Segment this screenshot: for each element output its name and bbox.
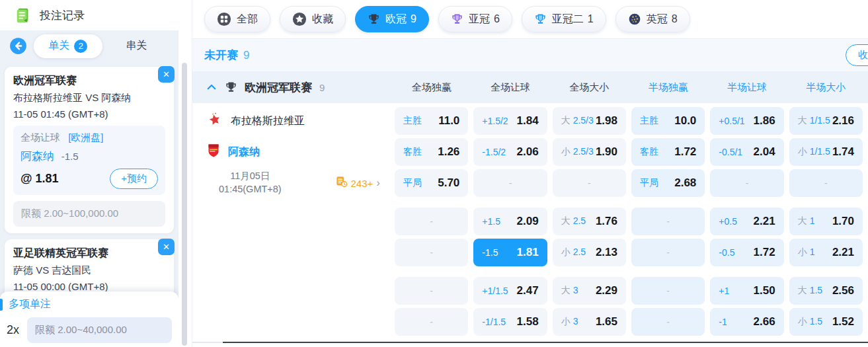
tab-亚冠[interactable]: 亚冠6: [438, 6, 512, 32]
odds-cell-客胜[interactable]: 客胜1.72: [631, 138, 705, 166]
odds-cell-1/1.5[interactable]: 大1/1.52.16: [789, 107, 863, 135]
away-team-row: 阿森纳: [192, 138, 389, 166]
odds-cell-1.5[interactable]: 小1.51.52: [789, 308, 863, 336]
match-meta-row: 11月05日01:45(GMT+8)243+›: [192, 169, 389, 197]
odds-cell-empty: -: [631, 239, 705, 266]
odds-cell-2.5/3[interactable]: 小2.5/31.90: [553, 138, 626, 166]
odds-cell--0.5/1[interactable]: -0.5/12.04: [710, 138, 783, 166]
column-header-半场大小: 半场大小: [789, 81, 863, 94]
tab-count: 1: [588, 13, 594, 25]
odds-cell-3[interactable]: 小31.65: [553, 308, 626, 336]
competition-tabs: 全部收藏欧冠9亚冠6亚冠二1英冠8: [192, 0, 868, 38]
empty-info-cell: [192, 277, 389, 305]
odds-cell-+1[interactable]: +11.50: [710, 277, 783, 305]
odds-cell-empty: -: [395, 308, 468, 336]
multi-single-title: 多项单注: [9, 297, 51, 311]
status-count: 9: [243, 49, 249, 62]
tab-亚冠二[interactable]: 亚冠二1: [522, 6, 606, 32]
status-label: 未开赛: [204, 48, 238, 63]
slip-league: 欧洲冠军联赛: [13, 74, 165, 88]
column-header-半场让球: 半场让球: [710, 81, 783, 94]
slip-teams: 萨德 VS 吉达国民: [13, 264, 165, 277]
bet-slip-sidebar: 投注记录 单关 2 串关 ✕ 欧洲冠军联赛 布拉格斯拉维: [0, 0, 178, 347]
odds-block-3: -+1/1.52.47大32.29-+11.50大1.52.56--1/1.51…: [192, 277, 868, 336]
odds-cell-empty: -: [631, 277, 705, 305]
ball-icon: [628, 13, 641, 26]
odds-cell-客胜[interactable]: 客胜1.26: [395, 138, 468, 166]
odds-cell-3[interactable]: 大32.29: [553, 277, 626, 305]
odds-cell-empty: -: [473, 169, 547, 197]
markets-count: 243+: [351, 178, 374, 189]
odds-cell--1.5/2[interactable]: -1.5/22.06: [473, 138, 547, 166]
tab-label: 全部: [237, 13, 258, 26]
odds-cell-1[interactable]: 大11.70: [789, 208, 863, 235]
markets-icon: [336, 176, 348, 190]
odds-block-1: 布拉格斯拉维亚主胜11.0+1.5/21.84大2.5/31.98主胜10.0+…: [192, 107, 868, 197]
home-team-name: 布拉格斯拉维亚: [231, 114, 305, 128]
odds-cell-+0.5[interactable]: +0.52.21: [710, 208, 783, 235]
odds-cell-2.5/3[interactable]: 大2.5/31.98: [553, 107, 626, 135]
purple-trophy-icon: [451, 13, 463, 26]
chevron-up-icon[interactable]: [206, 81, 217, 93]
tab-全部[interactable]: 全部: [204, 6, 270, 32]
odds-cell-1.5[interactable]: 大1.52.56: [789, 277, 863, 305]
odds-cell-2.5[interactable]: 小2.52.13: [553, 239, 626, 266]
more-markets-link[interactable]: 243+›: [336, 176, 380, 190]
odds-cell-empty: -: [395, 208, 468, 235]
away-team-name: 阿森纳: [228, 145, 260, 159]
odds-cell--1.5[interactable]: -1.51.81: [473, 239, 547, 266]
odds-cell--0.5[interactable]: -0.51.72: [710, 239, 783, 266]
vertical-scrollbar[interactable]: [182, 63, 187, 346]
odds-cell-empty: -: [553, 169, 626, 197]
slip-time: 11-05 00:00 (GMT+8): [13, 281, 165, 292]
league-count: 9: [319, 82, 325, 93]
league-header-row: 欧洲冠军联赛 9 全场独赢全场让球全场大小半场独赢半场让球半场大小: [192, 71, 868, 103]
red-star-icon: [207, 112, 223, 130]
bet-slip-card-1: ✕ 欧洲冠军联赛 布拉格斯拉维亚 VS 阿森纳 11-05 01:45 (GMT…: [5, 67, 174, 233]
tab-count: 8: [672, 13, 678, 25]
tab-single-bet[interactable]: 单关 2: [34, 34, 102, 58]
odds-cell-主胜[interactable]: 主胜10.0: [631, 107, 705, 135]
pick-handicap: -1.5: [61, 151, 79, 162]
odds-cell--1/1.5[interactable]: -1/1.51.58: [473, 308, 547, 336]
slip-mode-tabs: 单关 2 串关: [34, 34, 171, 58]
grid-icon: [217, 12, 231, 26]
sidebar-header: 投注记录: [0, 0, 178, 30]
odds-cell-+1.5[interactable]: +1.52.09: [473, 208, 547, 235]
odds-cell-empty: -: [789, 169, 863, 197]
league-title-cell[interactable]: 欧洲冠军联赛 9: [192, 80, 389, 95]
tab-label: 英冠: [647, 13, 668, 26]
pick-odds: @ 1.81: [20, 172, 59, 186]
arsenal-crest-icon: [207, 143, 220, 161]
odds-cell-平局[interactable]: 平局5.70: [395, 169, 468, 197]
tab-英冠[interactable]: 英冠8: [615, 6, 690, 32]
sidebar-title: 投注记录: [40, 8, 85, 23]
tab-收藏[interactable]: 收藏: [280, 6, 346, 32]
collapse-button[interactable]: 收起: [846, 44, 868, 66]
odds-cell-2.5[interactable]: 大2.51.76: [553, 208, 626, 235]
close-icon[interactable]: ✕: [158, 66, 175, 83]
scrollbar-gutter: [178, 0, 192, 347]
odds-cell-主胜[interactable]: 主胜11.0: [395, 107, 468, 135]
odds-cell--1[interactable]: -12.66: [710, 308, 783, 336]
odds-cell-+0.5/1[interactable]: +0.5/11.86: [710, 107, 783, 135]
tab-parlay-bet[interactable]: 串关: [102, 34, 171, 58]
reserve-button[interactable]: +预约: [110, 169, 158, 189]
tab-欧冠[interactable]: 欧冠9: [355, 6, 429, 32]
match-status-band: 未开赛 9 收起: [192, 38, 868, 71]
empty-info-cell: [192, 239, 389, 266]
back-arrow-icon[interactable]: [9, 37, 27, 55]
odds-cell-平局[interactable]: 平局2.68: [631, 169, 705, 197]
odds-cell-empty: -: [395, 239, 468, 266]
betting-page: 投注记录 单关 2 串关 ✕ 欧洲冠军联赛 布拉格斯拉维: [0, 0, 868, 347]
odds-cell-1[interactable]: 小12.21: [789, 239, 863, 266]
odds-cell-+1/1.5[interactable]: +1/1.52.47: [473, 277, 547, 305]
close-icon[interactable]: ✕: [158, 239, 175, 255]
bottom-divider: [223, 342, 868, 343]
odds-cell-1/1.5[interactable]: 小1/1.51.74: [789, 138, 863, 166]
slip-league: 亚足联精英冠军联赛: [13, 247, 165, 260]
empty-info-cell: [192, 308, 389, 336]
odds-cell-+1.5/2[interactable]: +1.5/21.84: [473, 107, 547, 135]
match-datetime: 11月05日01:45(GMT+8): [219, 170, 282, 196]
bet-limit: 限额 2.00~100,000.00: [13, 201, 165, 227]
